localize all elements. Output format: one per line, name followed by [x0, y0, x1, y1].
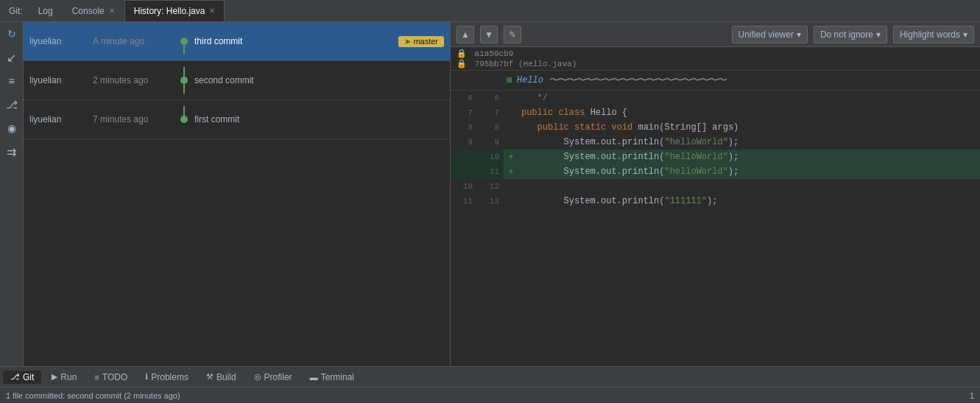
ignore-label: Do not ignore: [820, 29, 873, 40]
line-num-old-10b: 10: [451, 179, 477, 194]
line-num-new-10: 10: [477, 150, 504, 164]
highlight-chevron: ▾: [963, 29, 967, 40]
problems-tab-label: Problems: [151, 372, 188, 382]
hash1-line: 🔒 a1a50cb9: [456, 49, 974, 58]
tab-profiler[interactable]: ◎ Profiler: [247, 371, 300, 384]
unified-viewer-dropdown[interactable]: Unified viewer ▾: [732, 26, 808, 43]
tab-log-label: Log: [38, 6, 53, 16]
commit-author-2: liyuelian: [29, 75, 88, 85]
arrow-icon: ➤: [404, 37, 411, 46]
line-marker-13: [504, 194, 518, 208]
line-marker-12: [504, 179, 518, 194]
hunk-header: ⊞ Hello 〜〜〜〜〜〜〜〜〜〜〜〜〜〜〜〜〜〜〜〜: [451, 71, 980, 91]
line-content-11: System.out.println("helloWorld");: [518, 164, 980, 179]
status-right: 1: [970, 391, 974, 400]
terminal-tab-label: Terminal: [321, 372, 354, 382]
commit-author-1: liyuelian: [29, 36, 88, 46]
hash1: a1a50cb9: [475, 49, 514, 58]
tab-problems[interactable]: ℹ Problems: [138, 371, 196, 384]
nav-up-button[interactable]: ▲: [456, 26, 474, 43]
merge-icon[interactable]: ⇉: [3, 143, 21, 161]
tab-git[interactable]: ⎇ Git: [3, 371, 41, 384]
diff-line-7-7: 7 7 public class Hello {: [451, 105, 980, 120]
line-num-old-6: 6: [451, 91, 477, 105]
tab-history-label: History: Hello.java: [134, 6, 205, 16]
line-num-new-9: 9: [477, 135, 504, 150]
highlight-label: Highlight words: [900, 29, 960, 40]
commit-graph-1: [178, 28, 190, 55]
ignore-chevron: ▾: [876, 29, 881, 40]
refresh-icon[interactable]: ↻: [3, 25, 21, 43]
tab-todo[interactable]: ≡ TODO: [87, 371, 135, 384]
commit-item-second[interactable]: liyuelian 2 minutes ago second commit: [24, 61, 450, 100]
branch-icon[interactable]: ⎇: [3, 96, 21, 113]
profiler-tab-icon: ◎: [254, 372, 261, 382]
diff-line-added-10: 10 + System.out.println("helloWorld");: [451, 150, 980, 164]
git-tab-label: Git: [23, 372, 34, 382]
diff-line-8-8: 8 8 public static void main(String[] arg…: [451, 120, 980, 135]
unified-viewer-label: Unified viewer: [738, 29, 794, 40]
diff-content[interactable]: 🔒 a1a50cb9 🔒 795bb7bf (Hello.java) ⊞ Hel…: [451, 47, 980, 366]
stash-icon[interactable]: ≡: [3, 72, 21, 90]
build-tab-label: Build: [216, 372, 236, 382]
line-num-old-11b: 11: [451, 194, 477, 208]
problems-tab-icon: ℹ: [145, 372, 148, 382]
commit-item-first[interactable]: liyuelian 7 minutes ago first commit: [24, 100, 450, 139]
highlight-dropdown[interactable]: Highlight words ▾: [893, 26, 974, 43]
bottom-tabs: ⎇ Git ▶ Run ≡ TODO ℹ Problems ⚒ Build ◎ …: [0, 366, 980, 387]
line-content-12: [518, 179, 980, 194]
line-num-new-13: 13: [477, 194, 504, 208]
line-num-new-11: 11: [477, 164, 504, 179]
todo-tab-icon: ≡: [94, 373, 99, 382]
diff-line-added-11: 11 + System.out.println("helloWorld");: [451, 164, 980, 179]
close-history-icon[interactable]: ✕: [209, 7, 215, 15]
nav-down-button[interactable]: ▼: [480, 26, 498, 43]
hunk-label: Hello: [517, 75, 543, 85]
line-marker-11: +: [504, 164, 518, 179]
tab-build[interactable]: ⚒ Build: [199, 371, 244, 384]
diff-line-11-13: 11 13 System.out.println("111111");: [451, 194, 980, 208]
branch-tag-master: ➤ master: [398, 36, 444, 47]
tab-console[interactable]: Console ✕: [63, 0, 124, 21]
commit-time-1: A minute ago: [93, 36, 174, 46]
commit-time-2: 2 minutes ago: [93, 75, 174, 85]
close-console-icon[interactable]: ✕: [109, 7, 115, 15]
line-content-13: System.out.println("111111");: [518, 194, 980, 208]
commit-item-third[interactable]: liyuelian A minute ago third commit ➤ ma…: [24, 22, 450, 61]
wavy-icon: 〜〜〜〜〜〜〜〜〜〜〜〜〜〜〜〜〜〜〜〜: [549, 74, 726, 87]
lock-icon-2: 🔒: [456, 60, 467, 69]
run-tab-icon: ▶: [52, 372, 57, 382]
edit-button[interactable]: ✎: [504, 26, 521, 43]
line-num-old-10: [451, 150, 477, 164]
line-num-new-8: 8: [477, 120, 504, 135]
hash2-line: 🔒 795bb7bf (Hello.java): [456, 59, 974, 69]
terminal-tab-icon: ▬: [310, 373, 318, 382]
tab-terminal[interactable]: ▬ Terminal: [303, 371, 362, 384]
line-content-9: System.out.println("helloWorld");: [518, 135, 980, 150]
commit-graph-2: [178, 67, 190, 94]
line-num-new-7: 7: [477, 105, 504, 120]
commit-message-1: third commit: [194, 36, 394, 46]
run-tab-label: Run: [60, 372, 77, 382]
commit-list: liyuelian A minute ago third commit ➤ ma…: [24, 22, 451, 366]
diff-viewer: ▲ ▼ ✎ Unified viewer ▾ Do not ignore ▾ H…: [451, 22, 980, 366]
line-content-6: */: [518, 91, 980, 105]
git-tab-icon: ⎇: [10, 372, 20, 382]
line-marker-7: [504, 105, 518, 120]
pull-icon[interactable]: ↙: [3, 49, 21, 66]
add-hunk-icon: ⊞: [507, 74, 512, 86]
main-content: ↻ ↙ ≡ ⎇ ◉ ⇉ liyuelian A minute ago third…: [0, 22, 980, 366]
commit-graph-3: [178, 106, 190, 133]
tab-history[interactable]: History: Hello.java ✕: [124, 0, 225, 21]
line-marker-8: [504, 120, 518, 135]
tab-console-label: Console: [72, 6, 105, 16]
unified-viewer-chevron: ▾: [797, 29, 801, 40]
eye-icon[interactable]: ◉: [3, 119, 21, 137]
tab-bar: Git: Log Console ✕ History: Hello.java ✕: [0, 0, 980, 22]
commit-message-2: second commit: [194, 75, 444, 85]
tab-run[interactable]: ▶ Run: [44, 371, 84, 384]
tab-log[interactable]: Log: [29, 0, 63, 21]
line-marker-9: [504, 135, 518, 150]
diff-line-9-9: 9 9 System.out.println("helloWorld");: [451, 135, 980, 150]
ignore-dropdown[interactable]: Do not ignore ▾: [814, 26, 887, 43]
